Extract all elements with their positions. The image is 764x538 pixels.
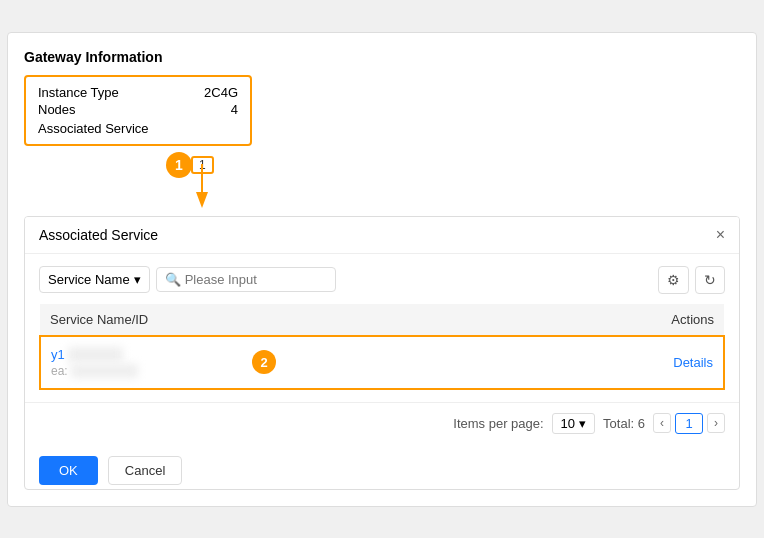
col-actions: Actions: [487, 304, 724, 336]
dropdown-label: Service Name: [48, 272, 130, 287]
details-link[interactable]: Details: [673, 355, 713, 370]
ok-button[interactable]: OK: [39, 456, 98, 485]
arrow-icon: [192, 164, 252, 214]
per-page-chevron-icon: ▾: [579, 416, 586, 431]
search-left: Service Name ▾ 🔍: [39, 266, 336, 293]
service-name-blurred: [68, 347, 122, 362]
table-row: y1 ea: 2: [40, 336, 724, 389]
service-id-blurred: [71, 364, 138, 378]
modal-header: Associated Service ×: [25, 217, 739, 254]
associated-label: Associated Service: [38, 121, 149, 136]
associated-row: Associated Service: [38, 121, 238, 136]
service-name-dropdown[interactable]: Service Name ▾: [39, 266, 150, 293]
search-right: ⚙ ↻: [658, 266, 725, 294]
badge-1: 1: [166, 152, 192, 178]
gateway-section: Gateway Information Instance Type 2C4G N…: [24, 49, 740, 200]
page-1-button[interactable]: 1: [675, 413, 703, 434]
search-input-wrap: 🔍: [156, 267, 336, 292]
modal-title: Associated Service: [39, 227, 158, 243]
total-count: Total: 6: [603, 416, 645, 431]
col-service-name: Service Name/ID: [40, 304, 487, 336]
badge-2: 2: [252, 350, 276, 374]
gateway-title: Gateway Information: [24, 49, 740, 65]
prev-page-button[interactable]: ‹: [653, 413, 671, 433]
per-page-value: 10: [561, 416, 575, 431]
modal-body: Service Name ▾ 🔍 ⚙ ↻ Service: [25, 254, 739, 402]
footer-buttons: OK Cancel: [25, 444, 739, 489]
settings-button[interactable]: ⚙: [658, 266, 689, 294]
search-bar: Service Name ▾ 🔍 ⚙ ↻: [39, 266, 725, 294]
pagination-bar: Items per page: 10 ▾ Total: 6 ‹ 1 ›: [25, 402, 739, 444]
page-nav: ‹ 1 ›: [653, 413, 725, 434]
next-page-button[interactable]: ›: [707, 413, 725, 433]
service-table: Service Name/ID Actions y1: [39, 304, 725, 390]
items-per-page-label: Items per page:: [453, 416, 543, 431]
instance-type-value: 2C4G: [204, 85, 238, 100]
instance-type-label: Instance Type: [38, 85, 119, 100]
nodes-value: 4: [231, 102, 238, 117]
per-page-select[interactable]: 10 ▾: [552, 413, 595, 434]
service-name-cell: y1 ea: 2: [40, 336, 487, 389]
nodes-row: Nodes 4: [38, 102, 238, 117]
search-icon: 🔍: [165, 272, 181, 287]
gateway-info-box: Instance Type 2C4G Nodes 4 Associated Se…: [24, 75, 252, 146]
associated-service-panel: Associated Service × Service Name ▾ 🔍: [24, 216, 740, 490]
instance-type-row: Instance Type 2C4G: [38, 85, 238, 100]
refresh-button[interactable]: ↻: [695, 266, 725, 294]
close-button[interactable]: ×: [716, 227, 725, 243]
table-header-row: Service Name/ID Actions: [40, 304, 724, 336]
nodes-label: Nodes: [38, 102, 76, 117]
cancel-button[interactable]: Cancel: [108, 456, 182, 485]
dropdown-arrow-icon: ▾: [134, 272, 141, 287]
search-input[interactable]: [185, 272, 325, 287]
actions-cell: Details: [487, 336, 724, 389]
